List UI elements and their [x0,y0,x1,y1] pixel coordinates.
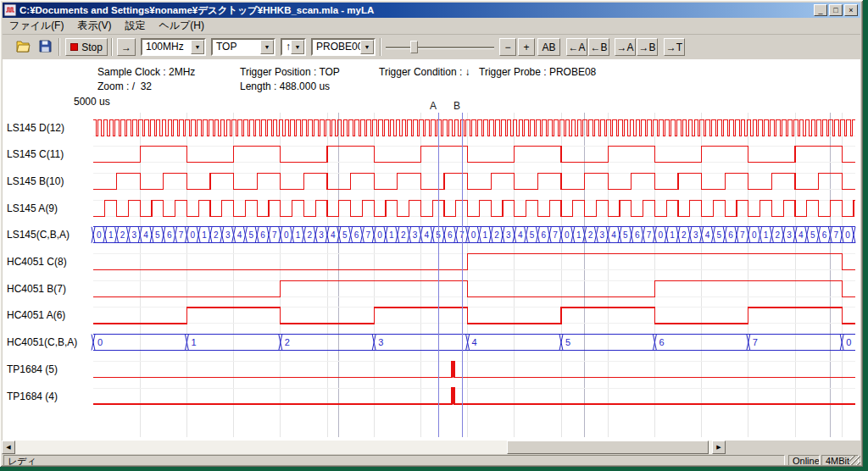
bus-value: 2 [308,230,313,240]
bus-value: 3 [132,230,137,240]
bus-value: 6 [635,230,640,240]
waveform-trace [93,119,855,136]
bus-value: 0 [97,337,103,347]
horizontal-scrollbar[interactable]: ◀ ▶ [2,441,726,454]
waveform-trace [93,173,855,189]
cursor-label-a: A [430,100,437,112]
bus-value: 6 [822,230,827,240]
bus-transition [92,335,95,351]
bus-value: 1 [389,230,394,240]
bus-value: 6 [448,230,453,240]
bus-value: 1 [191,337,196,347]
bus-transition [349,227,353,243]
bus-transition [115,227,119,243]
bus-transition [782,227,785,243]
bus-value: 4 [472,337,477,347]
bus-value: 3 [506,230,511,240]
bus-transition [817,227,821,243]
bus-value: 1 [764,230,769,240]
channel-label: HC4051 B(7) [7,283,66,295]
bus-value: 5 [342,230,348,240]
bus-transition [360,227,364,243]
bus-transition [174,227,177,243]
bus-transition [396,227,399,243]
resize-grip[interactable] [849,456,860,467]
pulse-mark [452,361,454,377]
waveform-trace [93,200,855,216]
bus-value: 0 [846,337,851,347]
bus-transition [618,227,621,243]
bus-transition [454,227,458,243]
bus-value: 4 [425,230,430,240]
bus-value: 2 [120,230,125,240]
bus-transition [442,227,446,243]
bus-transition [291,227,294,243]
bus-transition [243,227,247,243]
bus-value: 1 [296,230,301,240]
scroll-left-button[interactable]: ◀ [2,441,15,454]
app-window: C:¥Documents and Settings¥noname¥デスクトップ¥… [0,0,863,467]
bus-value: 0 [845,230,850,240]
bus-value: 0 [377,230,382,240]
bus-value: 5 [565,337,570,347]
bus-value: 4 [518,230,523,240]
bus-value: 3 [693,230,698,240]
bus-value: 6 [354,230,359,240]
cursor-label-b: B [453,100,460,112]
bus-value: 5 [249,230,254,240]
bus-value: 4 [611,230,616,240]
channel-label: HC4051(C,B,A) [7,336,77,348]
bus-value: 2 [401,230,406,240]
bus-value: 2 [588,230,593,240]
bus-transition [548,227,551,243]
bus-value: 3 [319,230,324,240]
bus-transition [805,227,809,243]
bus-value: 6 [728,230,733,240]
bus-transition [583,227,587,243]
channel-label: LS145(C,B,A) [7,229,70,241]
status-online: Online [788,455,820,467]
bus-transition [711,227,715,243]
bus-value: 1 [202,230,207,240]
bus-value: 5 [155,230,160,240]
bus-transition [431,227,434,243]
status-bar: レディ Online 4MBit [3,455,860,467]
bus-transition [337,227,341,243]
bus-value: 2 [682,230,687,240]
bus-value: 7 [834,230,839,240]
scroll-right-icon: ▶ [716,444,721,451]
bus-transition [314,227,317,243]
bus-transition [255,227,259,243]
channel-label: LS145 A(9) [7,202,58,214]
bus-value: 0 [284,230,289,240]
bus-transition [536,227,539,243]
bus-transition [676,227,680,243]
bus-transition [571,227,575,243]
bus-value: 4 [143,230,148,240]
bus-value: 0 [752,230,757,240]
bus-transition [642,227,645,243]
bus-value: 6 [659,337,664,347]
bus-value: 2 [214,230,219,240]
bus-transition [302,227,305,243]
bus-value: 1 [483,230,488,240]
scroll-right-button[interactable]: ▶ [712,441,726,454]
bus-value: 2 [494,230,499,240]
bus-transition [770,227,773,243]
bus-value: 7 [366,230,371,240]
bus-transition [267,227,270,243]
scrollbar-track[interactable] [15,441,712,454]
bus-transition [594,227,598,243]
channel-label: LS145 B(10) [7,175,64,187]
bus-transition [103,227,107,243]
scrollbar-thumb[interactable] [507,441,709,454]
bus-value: 7 [647,230,652,240]
bus-value: 2 [285,337,290,347]
bus-transition [759,227,762,243]
bus-value: 3 [378,337,383,347]
waveform-trace [93,280,855,296]
bus-value: 3 [225,230,231,240]
waveform-canvas[interactable]: LS145 D(12)LS145 C(11)LS145 B(10)LS145 A… [0,0,863,467]
bus-value: 7 [740,230,745,240]
bus-transition [197,227,200,243]
